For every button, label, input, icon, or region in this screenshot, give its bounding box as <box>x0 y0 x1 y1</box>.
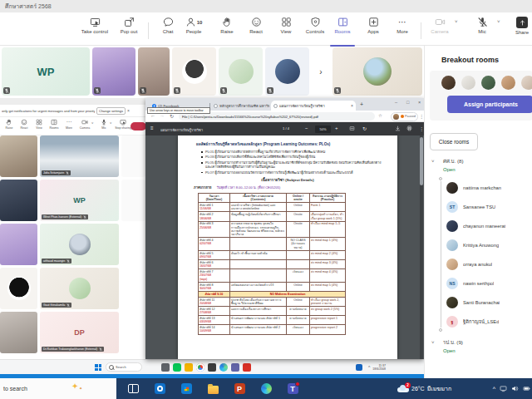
inner-raise-button[interactable]: Raise <box>2 119 17 130</box>
filmstrip-next-button[interactable]: › <box>312 47 330 96</box>
edge-button[interactable] <box>259 382 273 396</box>
inner-video-tile[interactable]: Jidta Sritamjarin <box>40 135 119 177</box>
taskbar-search-box[interactable]: to search <box>0 378 116 399</box>
speaker-icon[interactable] <box>511 385 519 392</box>
file-explorer-button[interactable] <box>206 382 219 396</box>
window-close-button[interactable]: × <box>418 100 421 105</box>
member-row[interactable]: orraya anukul <box>446 258 531 271</box>
fit-page-icon[interactable] <box>349 126 355 131</box>
tray-caret-icon[interactable]: ^ <box>368 365 370 370</box>
inner-video-tile[interactable] <box>0 180 37 221</box>
inner-system-tray[interactable]: ^ 11:37 18/6/2568 <box>368 360 386 375</box>
start-button[interactable] <box>95 364 101 371</box>
new-tab-button[interactable]: + <box>360 101 363 107</box>
print-icon[interactable] <box>406 126 412 131</box>
profile-sync-paused[interactable]: Paused <box>391 112 418 121</box>
camera-chevron-icon[interactable]: ˅ <box>91 121 93 125</box>
window-minimize-button[interactable]: – <box>395 100 397 105</box>
take-control-button[interactable]: Take control <box>76 17 113 43</box>
download-icon[interactable] <box>395 126 401 131</box>
video-tile-avatar[interactable] <box>172 47 216 96</box>
inner-taskbar-app-icon[interactable] <box>208 363 216 372</box>
member-row[interactable]: ฐ ฐิติกาญจน์_LSEd <box>446 315 531 328</box>
mic-chevron-icon[interactable]: ˅ <box>497 19 500 24</box>
inner-camera-button[interactable]: Camera <box>77 119 92 130</box>
inner-video-tile[interactable] <box>0 224 37 265</box>
member-row[interactable]: chayanun maneerat <box>446 219 531 233</box>
camera-button[interactable]: Camera <box>421 17 458 43</box>
zoom-level[interactable]: 50% <box>315 126 331 133</box>
video-tile[interactable] <box>138 47 170 96</box>
inner-search-box[interactable]: Search <box>106 362 142 372</box>
pdf-app-icon[interactable] <box>243 363 251 372</box>
inner-more-button[interactable]: ⋯ More <box>62 119 76 130</box>
more-button[interactable]: ⋯ More <box>384 17 421 43</box>
room-collapse-chevron[interactable]: ˅ <box>431 159 435 164</box>
inner-video-tile-avatar[interactable] <box>0 268 37 309</box>
mic-chevron-icon[interactable]: ˅ <box>110 121 111 125</box>
inner-video-tile[interactable] <box>0 135 37 177</box>
mic-button[interactable]: Mic <box>464 17 500 43</box>
outlook-button[interactable] <box>153 382 166 396</box>
inner-video-tile[interactable] <box>0 312 37 353</box>
inner-video-tile-avatar[interactable]: WP Wirot Phan-hansen (External) <box>40 180 119 221</box>
chrome-icon[interactable] <box>196 363 204 372</box>
room-name[interactable]: ศศ.บ. (8) <box>443 157 464 165</box>
member-row[interactable]: Krittiya Anuwong <box>446 239 531 252</box>
task-view-button[interactable] <box>126 382 140 396</box>
inner-leave-button[interactable] <box>131 122 146 131</box>
zoom-in-icon[interactable]: + <box>335 126 338 131</box>
inner-video-tile-avatar[interactable]: Gaut thinakamila <box>40 268 119 309</box>
window-maximize-button[interactable]: □ <box>406 100 409 105</box>
avatar <box>363 57 392 86</box>
video-tile-avatar[interactable] <box>219 47 263 96</box>
member-row[interactable]: nattima markchan <box>446 181 531 195</box>
copilot-sparkle-icon[interactable]: ✦ ✦ <box>71 382 78 391</box>
inner-rooms-button[interactable]: Rooms <box>47 119 62 130</box>
teams-app-icon[interactable] <box>231 363 239 372</box>
browser-tab-2[interactable]: หลักสูตรการศึกษาบัณฑิต มหาวิทยาลัย <box>211 101 269 111</box>
camera-chevron-icon[interactable]: ˅ <box>455 19 458 24</box>
inner-stop-sharing-button[interactable]: Stop sharing <box>114 119 132 130</box>
inner-view-button[interactable]: View <box>32 119 47 130</box>
room-collapse-chevron[interactable]: ˅ <box>431 340 435 345</box>
inner-taskbar-app-icon[interactable] <box>161 363 170 372</box>
inner-react-button[interactable]: React <box>17 119 32 130</box>
store-button[interactable] <box>180 382 193 396</box>
scrollbar-thumb[interactable] <box>420 137 423 185</box>
member-row[interactable]: ST Sansanee TSU <box>446 200 531 214</box>
tray-caret-icon[interactable]: ^ <box>493 386 495 392</box>
pdf-scrollbar[interactable] <box>420 135 423 359</box>
tray-app-icon[interactable] <box>356 364 362 371</box>
member-row[interactable]: NS nawin serthpol <box>446 277 531 290</box>
battery-icon[interactable] <box>523 385 530 392</box>
powerpoint-button[interactable] <box>233 382 246 396</box>
edge-icon[interactable] <box>219 363 228 372</box>
pop-out-button[interactable]: Pop out <box>111 17 147 43</box>
pdf-menu-icon[interactable]: ≡ <box>150 126 154 131</box>
zoom-out-icon[interactable]: − <box>305 126 308 131</box>
rotate-icon[interactable]: ↻ <box>362 126 367 131</box>
assign-participants-button[interactable]: Assign participants <box>447 96 532 113</box>
teams-button[interactable] <box>286 382 299 396</box>
notification-close-icon[interactable]: × <box>127 108 130 113</box>
inner-video-tile-avatar[interactable]: atthaud muangin <box>40 224 119 265</box>
member-row[interactable]: Santi Buranachai <box>446 296 531 309</box>
share-button[interactable]: Share <box>504 17 532 43</box>
inner-video-tile-avatar[interactable]: DP Dr.Ruttikan Trakoonglaokhanon (Extern… <box>40 312 119 353</box>
line-app-icon[interactable] <box>173 363 181 372</box>
change-settings-button[interactable]: Change settings <box>96 107 126 115</box>
browser-tab-active[interactable]: แผนการจัดการเรียนรู้รายวิชา × <box>271 101 356 111</box>
weather-widget[interactable]: 2 26°C มีเมฆมาก <box>397 378 451 399</box>
bookmark-star-icon[interactable]: ☆ <box>378 113 382 118</box>
video-tile-wp[interactable]: WP <box>2 47 90 96</box>
tab-close-icon[interactable]: × <box>351 103 353 108</box>
close-rooms-button[interactable]: Close rooms <box>430 133 478 150</box>
cast-icon[interactable] <box>500 385 507 392</box>
video-tile-avatar[interactable] <box>265 47 309 96</box>
video-tile-avatar[interactable] <box>332 47 422 96</box>
video-tile[interactable] <box>92 47 135 96</box>
inner-taskbar-app-icon[interactable] <box>185 363 193 372</box>
people-button[interactable]: 10 People <box>175 17 212 43</box>
room-name[interactable]: รป.บ. (9) <box>443 338 463 347</box>
